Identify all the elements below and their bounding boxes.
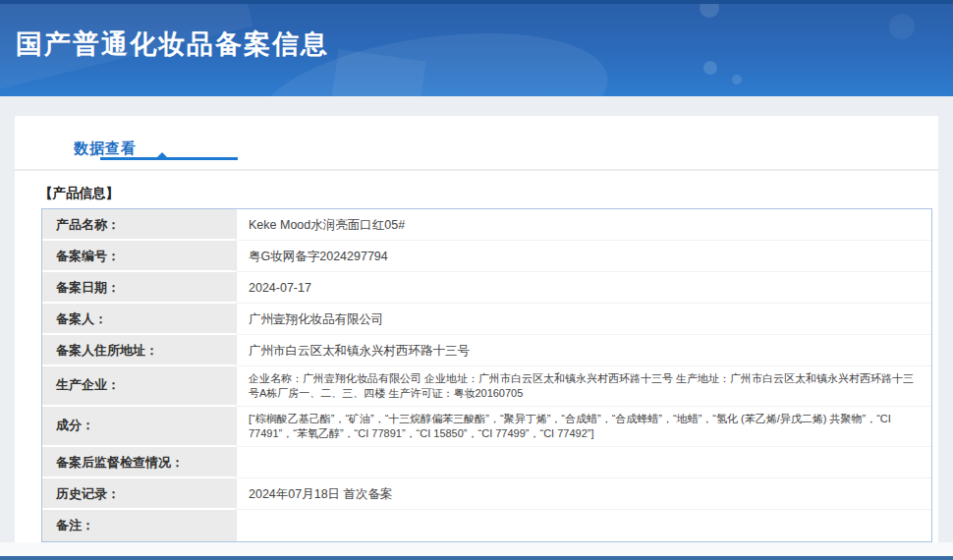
- header-decoration-dot: [732, 75, 742, 84]
- table-row-post-registration-inspection: 备案后监督检查情况：: [42, 447, 931, 478]
- row-label-history: 历史记录：: [42, 478, 237, 510]
- table-row-history: 历史记录：2024年07月18日 首次备案: [42, 478, 931, 510]
- row-label-manufacturer: 生产企业：: [42, 366, 237, 407]
- header-decoration-dot: [703, 61, 717, 75]
- content-area: 数据查看 【产品信息】 产品名称：Keke Mood水润亮面口红05#备案编号：…: [0, 96, 953, 542]
- row-value-product-name: Keke Mood水润亮面口红05#: [237, 209, 931, 241]
- page-title: 国产普通化妆品备案信息: [0, 4, 953, 60]
- product-info-table: 产品名称：Keke Mood水润亮面口红05#备案编号：粤G妆网备字202429…: [41, 208, 932, 542]
- table-row-registration-number: 备案编号：粤G妆网备字2024297794: [42, 241, 931, 272]
- row-value-ingredients: [“棕榈酸乙基己酯”，“矿油”，“十三烷醇偏苯三酸酯”，“聚异丁烯”，“合成蜡”…: [237, 407, 931, 447]
- section-title: 【产品信息】: [15, 171, 938, 208]
- table-row-remarks: 备注：: [42, 510, 931, 541]
- row-value-history: 2024年07月18日 首次备案: [237, 478, 931, 510]
- row-label-registrant-address: 备案人住所地址：: [42, 335, 237, 366]
- tab-data-view-label: 数据查看: [74, 140, 137, 156]
- row-label-remarks: 备注：: [42, 510, 237, 541]
- table-row-registration-date: 备案日期：2024-07-17: [42, 272, 931, 304]
- row-label-post-registration-inspection: 备案后监督检查情况：: [42, 447, 237, 478]
- row-value-manufacturer: 企业名称：广州壹翔化妆品有限公司 企业地址：广州市白云区太和镇永兴村西环路十三号…: [237, 366, 931, 407]
- row-label-ingredients: 成分：: [42, 407, 237, 447]
- footer-strip: [0, 542, 953, 556]
- content-card: 数据查看 【产品信息】 产品名称：Keke Mood水润亮面口红05#备案编号：…: [15, 116, 938, 542]
- active-tab-indicator: [100, 157, 238, 160]
- row-label-registration-date: 备案日期：: [42, 272, 237, 304]
- row-value-remarks: [237, 510, 931, 541]
- page-header: 国产普通化妆品备案信息: [0, 4, 953, 96]
- row-value-registration-date: 2024-07-17: [237, 272, 931, 304]
- row-label-registrant: 备案人：: [42, 304, 237, 335]
- table-row-product-name: 产品名称：Keke Mood水润亮面口红05#: [42, 209, 931, 241]
- table-row-registrant-address: 备案人住所地址：广州市白云区太和镇永兴村西环路十三号: [42, 335, 931, 366]
- row-value-registration-number: 粤G妆网备字2024297794: [237, 241, 931, 272]
- row-label-registration-number: 备案编号：: [42, 241, 237, 272]
- row-value-post-registration-inspection: [237, 447, 931, 478]
- row-value-registrant: 广州壹翔化妆品有限公司: [237, 304, 931, 335]
- table-row-ingredients: 成分：[“棕榈酸乙基己酯”，“矿油”，“十三烷醇偏苯三酸酯”，“聚异丁烯”，“合…: [42, 407, 931, 447]
- table-row-manufacturer: 生产企业：企业名称：广州壹翔化妆品有限公司 企业地址：广州市白云区太和镇永兴村西…: [42, 366, 931, 407]
- tab-data-view[interactable]: 数据查看: [74, 140, 137, 158]
- row-label-product-name: 产品名称：: [42, 209, 237, 241]
- row-value-registrant-address: 广州市白云区太和镇永兴村西环路十三号: [237, 335, 931, 366]
- bottom-bar: [0, 556, 953, 560]
- table-row-registrant: 备案人：广州壹翔化妆品有限公司: [42, 304, 931, 335]
- tab-bar: 数据查看: [15, 116, 938, 171]
